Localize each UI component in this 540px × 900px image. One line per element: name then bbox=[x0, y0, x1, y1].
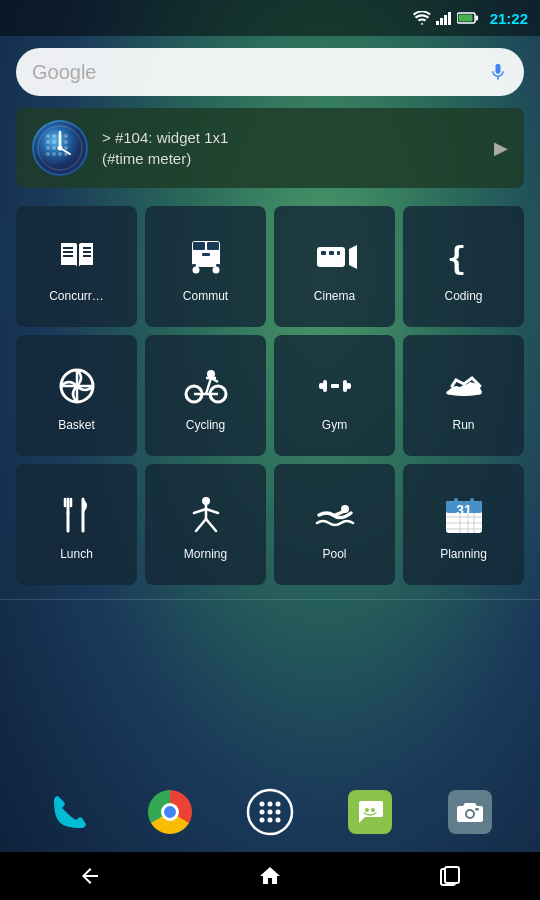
braces-icon: { } bbox=[440, 233, 488, 281]
bus-icon bbox=[182, 233, 230, 281]
svg-point-21 bbox=[46, 152, 50, 156]
message-icon bbox=[348, 790, 392, 834]
app-item-cycling[interactable]: Cycling bbox=[145, 335, 266, 456]
svg-point-16 bbox=[64, 140, 68, 144]
recents-button[interactable] bbox=[420, 852, 480, 900]
svg-point-85 bbox=[268, 802, 273, 807]
svg-line-67 bbox=[206, 519, 216, 531]
dock bbox=[0, 772, 540, 852]
status-icons: 21:22 bbox=[413, 10, 528, 27]
home-button[interactable] bbox=[240, 852, 300, 900]
app-item-gym[interactable]: Gym bbox=[274, 335, 395, 456]
svg-text:31: 31 bbox=[456, 502, 472, 518]
camera-dock-icon bbox=[448, 790, 492, 834]
svg-point-35 bbox=[212, 267, 219, 274]
svg-point-92 bbox=[276, 818, 281, 823]
svg-rect-82 bbox=[470, 498, 474, 504]
svg-point-84 bbox=[260, 802, 265, 807]
app-label-morning: Morning bbox=[184, 547, 227, 561]
app-item-coding[interactable]: { } Coding bbox=[403, 206, 524, 327]
app-item-lunch[interactable]: Lunch bbox=[16, 464, 137, 585]
svg-rect-37 bbox=[317, 247, 345, 267]
dock-item-all-apps[interactable] bbox=[242, 784, 298, 840]
swim-icon bbox=[311, 491, 359, 539]
cycling-icon bbox=[182, 362, 230, 410]
chrome-ring-icon bbox=[148, 790, 192, 834]
chrome-center bbox=[161, 803, 179, 821]
app-item-cinema[interactable]: Cinema bbox=[274, 206, 395, 327]
svg-point-22 bbox=[52, 152, 56, 156]
app-item-morning[interactable]: Morning bbox=[145, 464, 266, 585]
app-label-commute: Commut bbox=[183, 289, 228, 303]
svg-point-12 bbox=[64, 134, 68, 138]
app-label-planning: Planning bbox=[440, 547, 487, 561]
svg-point-90 bbox=[260, 818, 265, 823]
svg-marker-38 bbox=[349, 245, 357, 269]
back-button[interactable] bbox=[60, 852, 120, 900]
app-label-lunch: Lunch bbox=[60, 547, 93, 561]
dock-item-camera[interactable] bbox=[442, 784, 498, 840]
svg-rect-39 bbox=[321, 251, 326, 255]
app-item-commute[interactable]: Commut bbox=[145, 206, 266, 327]
svg-point-89 bbox=[276, 810, 281, 815]
svg-rect-97 bbox=[475, 808, 479, 811]
svg-point-34 bbox=[192, 267, 199, 274]
run-icon bbox=[440, 362, 488, 410]
status-bar: 21:22 bbox=[0, 0, 540, 36]
wifi-icon bbox=[413, 11, 431, 25]
svg-line-69 bbox=[335, 511, 345, 515]
svg-rect-33 bbox=[216, 264, 220, 267]
svg-rect-36 bbox=[202, 253, 210, 256]
svg-rect-40 bbox=[329, 251, 334, 255]
dock-separator bbox=[0, 599, 540, 600]
svg-point-13 bbox=[46, 140, 50, 144]
svg-point-86 bbox=[276, 802, 281, 807]
app-label-pool: Pool bbox=[322, 547, 346, 561]
widget-area[interactable]: > #104: widget 1x1 (#time meter) ▶ bbox=[16, 108, 524, 188]
app-label-coding: Coding bbox=[444, 289, 482, 303]
app-grid: Concurr… Commut bbox=[0, 196, 540, 595]
svg-rect-6 bbox=[458, 15, 472, 22]
app-label-gym: Gym bbox=[322, 418, 347, 432]
search-placeholder: Google bbox=[32, 61, 97, 84]
widget-play-icon[interactable]: ▶ bbox=[494, 137, 508, 159]
svg-rect-81 bbox=[454, 498, 458, 504]
svg-point-87 bbox=[260, 810, 265, 815]
svg-point-93 bbox=[365, 808, 369, 812]
svg-point-17 bbox=[46, 146, 50, 150]
svg-point-27 bbox=[58, 146, 63, 151]
dock-item-phone[interactable] bbox=[42, 784, 98, 840]
app-label-basket: Basket bbox=[58, 418, 95, 432]
basketball-icon bbox=[53, 362, 101, 410]
svg-point-23 bbox=[58, 152, 62, 156]
svg-rect-2 bbox=[444, 15, 447, 25]
app-item-planning[interactable]: 31 Planning bbox=[403, 464, 524, 585]
dock-item-messages[interactable] bbox=[342, 784, 398, 840]
svg-point-96 bbox=[467, 811, 473, 817]
gym-icon bbox=[311, 362, 359, 410]
svg-point-91 bbox=[268, 818, 273, 823]
svg-text:{ }: { } bbox=[447, 239, 486, 277]
svg-rect-32 bbox=[192, 264, 196, 267]
app-item-run[interactable]: Run bbox=[403, 335, 524, 456]
dock-item-chrome[interactable] bbox=[142, 784, 198, 840]
mic-icon[interactable] bbox=[488, 62, 508, 82]
widget-text: > #104: widget 1x1 (#time meter) bbox=[102, 127, 480, 169]
svg-rect-5 bbox=[475, 16, 478, 21]
widget-clock-icon bbox=[32, 120, 88, 176]
svg-point-14 bbox=[52, 140, 56, 144]
app-item-basket[interactable]: Basket bbox=[16, 335, 137, 456]
app-label-run: Run bbox=[452, 418, 474, 432]
svg-point-94 bbox=[371, 808, 375, 812]
svg-rect-58 bbox=[346, 383, 351, 389]
search-bar[interactable]: Google bbox=[16, 48, 524, 96]
app-item-concurrent[interactable]: Concurr… bbox=[16, 206, 137, 327]
svg-rect-41 bbox=[337, 251, 340, 255]
app-item-pool[interactable]: Pool bbox=[274, 464, 395, 585]
svg-line-66 bbox=[196, 519, 206, 531]
battery-icon bbox=[457, 12, 479, 24]
yoga-icon bbox=[182, 491, 230, 539]
nav-bar bbox=[0, 852, 540, 900]
fork-icon bbox=[53, 491, 101, 539]
svg-rect-56 bbox=[319, 383, 324, 389]
